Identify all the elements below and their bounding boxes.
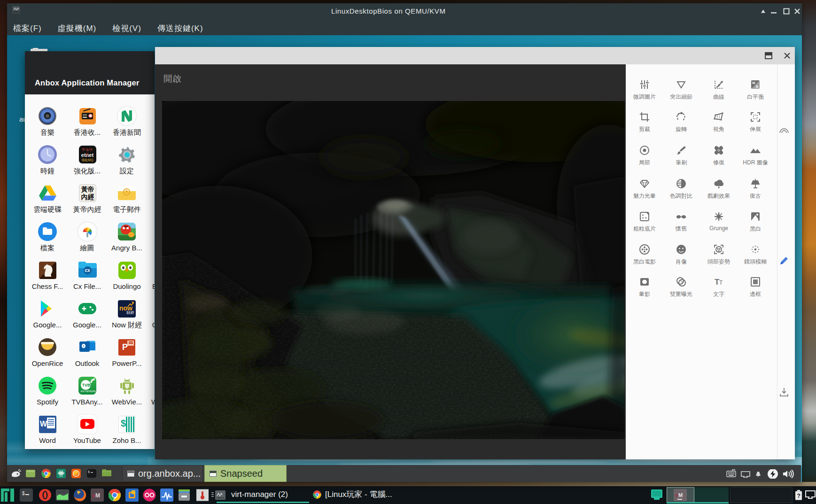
svg-text:?: ? — [797, 493, 800, 499]
svg-text:W: W — [752, 81, 755, 85]
svg-text:M: M — [95, 492, 100, 499]
svg-text:B: B — [756, 85, 758, 88]
svg-text:M: M — [678, 492, 683, 498]
svg-text:$: $ — [88, 470, 90, 473]
svg-text:$: $ — [22, 491, 25, 496]
svg-text:T: T — [719, 279, 723, 286]
svg-text:v: v — [675, 492, 678, 498]
svg-text:v: v — [92, 492, 95, 499]
